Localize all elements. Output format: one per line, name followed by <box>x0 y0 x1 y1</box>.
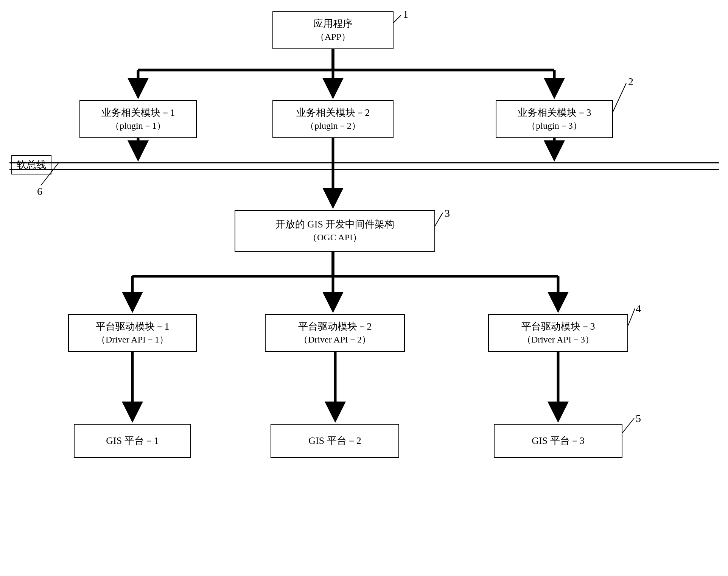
label-5: 5 <box>636 413 641 425</box>
svg-line-25 <box>628 308 635 325</box>
gis3-label: GIS 平台－3 <box>532 434 584 448</box>
gis3-box: GIS 平台－3 <box>494 424 622 458</box>
driver1-label: 平台驱动模块－1 <box>96 320 170 333</box>
driver2-sublabel: （Driver API－2） <box>299 333 371 346</box>
svg-line-24 <box>434 213 443 227</box>
label-3: 3 <box>445 207 450 220</box>
label-6: 6 <box>37 185 42 198</box>
softbus-label: 软总线 <box>17 159 46 170</box>
label-2: 2 <box>628 76 633 88</box>
gis2-label: GIS 平台－2 <box>308 434 361 448</box>
ogc-sublabel: （OGC API） <box>308 231 362 244</box>
diagram-container: 应用程序 （APP） 业务相关模块－1 （plugin－1） 业务相关模块－2 … <box>0 0 728 576</box>
plugin3-box: 业务相关模块－3 （plugin－3） <box>496 100 613 138</box>
svg-line-9 <box>394 15 401 23</box>
driver2-box: 平台驱动模块－2 （Driver API－2） <box>265 314 405 352</box>
driver2-label: 平台驱动模块－2 <box>298 320 372 333</box>
arrows-svg <box>0 0 728 576</box>
svg-line-29 <box>622 418 634 433</box>
plugin1-box: 业务相关模块－1 （plugin－1） <box>79 100 197 138</box>
svg-line-10 <box>613 83 626 112</box>
plugin2-sublabel: （plugin－2） <box>305 120 360 132</box>
driver3-box: 平台驱动模块－3 （Driver API－3） <box>488 314 628 352</box>
plugin2-box: 业务相关模块－2 （plugin－2） <box>272 100 394 138</box>
plugin2-label: 业务相关模块－2 <box>296 106 370 120</box>
driver3-sublabel: （Driver API－3） <box>522 333 594 346</box>
plugin1-label: 业务相关模块－1 <box>101 106 175 120</box>
driver1-sublabel: （Driver API－1） <box>96 333 168 346</box>
plugin3-sublabel: （plugin－3） <box>527 120 582 132</box>
label-4: 4 <box>636 303 641 315</box>
softbus-box: 软总线 <box>11 155 51 174</box>
plugin3-label: 业务相关模块－3 <box>518 106 591 120</box>
ogc-box: 开放的 GIS 开发中间件架构 （OGC API） <box>235 210 435 252</box>
gis1-box: GIS 平台－1 <box>74 424 191 458</box>
plugin1-sublabel: （plugin－1） <box>110 120 165 132</box>
app-label: 应用程序 <box>313 17 353 31</box>
driver3-label: 平台驱动模块－3 <box>521 320 595 333</box>
app-sublabel: （APP） <box>316 31 350 44</box>
label-1: 1 <box>403 8 408 20</box>
app-box: 应用程序 （APP） <box>272 11 394 49</box>
gis2-box: GIS 平台－2 <box>271 424 399 458</box>
ogc-label: 开放的 GIS 开发中间件架构 <box>275 218 395 231</box>
driver1-box: 平台驱动模块－1 （Driver API－1） <box>68 314 197 352</box>
gis1-label: GIS 平台－1 <box>106 434 159 448</box>
